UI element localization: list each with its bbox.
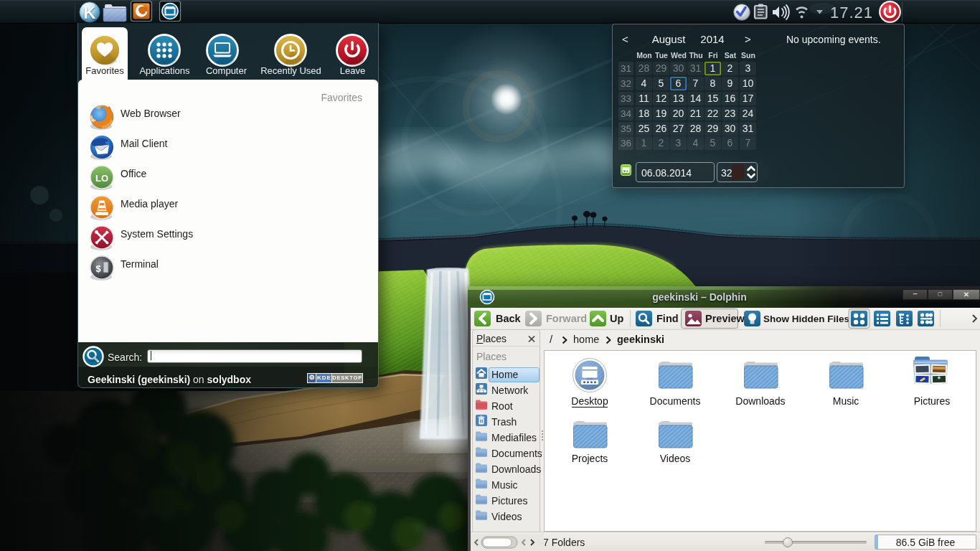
svg-text:Find: Find — [656, 313, 679, 324]
svg-text:Forward: Forward — [546, 313, 587, 324]
svg-text:Downloads: Downloads — [735, 395, 785, 407]
svg-text:$: $ — [95, 263, 101, 274]
svg-text:Documents: Documents — [650, 395, 701, 407]
svg-text:K: K — [83, 3, 96, 22]
svg-text:Up: Up — [610, 313, 623, 324]
svg-text:Music: Music — [833, 395, 859, 407]
svg-text:Show Hidden Files: Show Hidden Files — [763, 314, 849, 324]
svg-text:Desktop: Desktop — [571, 395, 608, 407]
svg-text:Videos: Videos — [660, 453, 691, 464]
svg-text:Projects: Projects — [572, 453, 608, 464]
svg-text:LO: LO — [95, 173, 108, 184]
svg-text:Pictures: Pictures — [914, 395, 951, 407]
svg-text:17.21: 17.21 — [830, 4, 873, 22]
svg-text:Back: Back — [496, 313, 522, 324]
svg-text:Preview: Preview — [705, 313, 745, 324]
